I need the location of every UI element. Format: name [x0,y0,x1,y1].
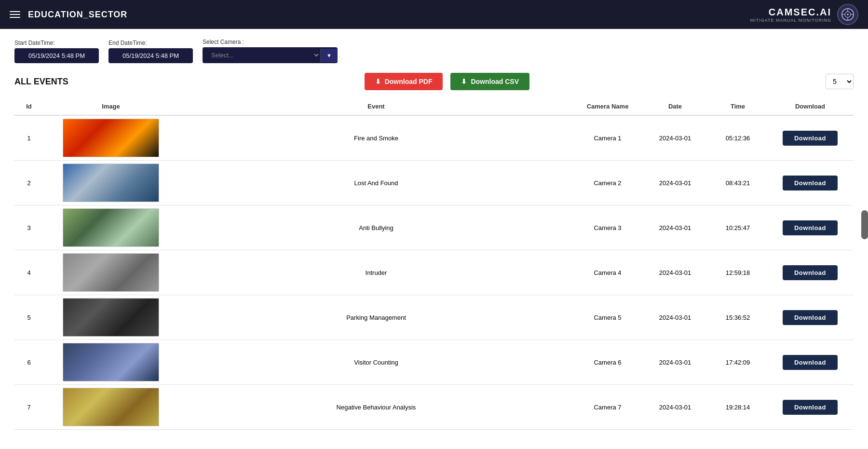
camera-select-label: Select Camera : [203,39,338,45]
table-header: Id Image Event Camera Name Date Time Dow… [14,98,854,115]
cell-id: 6 [14,340,43,385]
table-row: 5 Parking Management Camera 5 2024-03-01… [14,295,854,340]
scrollbar-indicator[interactable] [861,210,868,239]
event-thumbnail [63,208,159,247]
table-row: 4 Intruder Camera 4 2024-03-01 12:59:18 … [14,250,854,295]
cell-download: Download [767,115,854,161]
actions-row: ALL EVENTS ⬇ Download PDF ⬇ Download CSV… [14,73,854,90]
table-row: 3 Anti Bullying Camera 3 2024-03-01 10:2… [14,205,854,250]
cell-download: Download [767,295,854,340]
menu-icon[interactable] [10,11,20,18]
col-header-date: Date [641,98,709,115]
cell-image [43,205,178,250]
col-header-image: Image [43,98,178,115]
download-pdf-label: Download PDF [385,78,433,85]
event-thumbnail [63,343,159,381]
table-row: 2 Lost And Found Camera 2 2024-03-01 08:… [14,161,854,205]
cell-camera: Camera 2 [574,161,641,205]
download-pdf-button[interactable]: ⬇ Download PDF [365,73,443,90]
section-title: ALL EVENTS [14,77,68,87]
end-datetime-input[interactable]: 05/19/2024 5:48 PM [108,48,193,63]
col-header-download: Download [767,98,854,115]
camera-select-wrapper: Select... Camera 1 Camera 2 Camera 3 Cam… [203,47,338,63]
cell-image [43,295,178,340]
page-size-select[interactable]: 5 10 25 50 [826,74,854,89]
col-header-id: Id [14,98,43,115]
actions-center: ⬇ Download PDF ⬇ Download CSV [365,73,529,90]
cell-time: 12:59:18 [709,250,767,295]
start-datetime-group: Start DateTime: 05/19/2024 5:48 PM [14,40,99,63]
brand-name: CAMSEC.AI [769,7,831,18]
col-header-time: Time [709,98,767,115]
cell-camera: Camera 5 [574,295,641,340]
cell-event: Fire and Smoke [178,115,574,161]
table-row: 6 Visitor Counting Camera 6 2024-03-01 1… [14,340,854,385]
end-datetime-group: End DateTime: 05/19/2024 5:48 PM [108,40,193,63]
event-thumbnail [63,388,159,426]
cell-id: 4 [14,250,43,295]
cell-image [43,161,178,205]
event-thumbnail [63,253,159,292]
cell-date: 2024-03-01 [641,161,709,205]
events-table: Id Image Event Camera Name Date Time Dow… [14,98,854,430]
download-csv-button[interactable]: ⬇ Download CSV [450,73,529,90]
cell-camera: Camera 3 [574,205,641,250]
download-button[interactable]: Download [783,400,838,415]
col-header-camera: Camera Name [574,98,641,115]
end-datetime-label: End DateTime: [108,40,193,46]
table-row: 7 Negative Behaviour Analysis Camera 7 2… [14,385,854,430]
cell-id: 2 [14,161,43,205]
cell-event: Parking Management [178,295,574,340]
cell-date: 2024-03-01 [641,250,709,295]
cell-camera: Camera 1 [574,115,641,161]
main-content: Start DateTime: 05/19/2024 5:48 PM End D… [0,29,868,449]
camera-select-group: Select Camera : Select... Camera 1 Camer… [203,39,338,63]
cell-id: 3 [14,205,43,250]
cell-event: Anti Bullying [178,205,574,250]
cell-image [43,340,178,385]
filter-row: Start DateTime: 05/19/2024 5:48 PM End D… [14,39,854,63]
event-thumbnail [63,163,159,202]
cell-event: Intruder [178,250,574,295]
download-button[interactable]: Download [783,220,838,235]
cell-download: Download [767,250,854,295]
cell-date: 2024-03-01 [641,340,709,385]
camera-select[interactable]: Select... Camera 1 Camera 2 Camera 3 Cam… [203,47,320,63]
download-button[interactable]: Download [783,310,838,325]
cell-date: 2024-03-01 [641,115,709,161]
header-right: CAMSEC.AI MITIGATE MANUAL MONITORING [750,4,858,25]
cell-time: 19:28:14 [709,385,767,430]
cell-download: Download [767,161,854,205]
table-body: 1 Fire and Smoke Camera 1 2024-03-01 05:… [14,115,854,430]
download-pdf-icon: ⬇ [375,78,381,85]
download-csv-icon: ⬇ [461,78,467,85]
download-button[interactable]: Download [783,131,838,146]
cell-id: 7 [14,385,43,430]
cell-time: 10:25:47 [709,205,767,250]
download-csv-label: Download CSV [471,78,519,85]
page-title: EDUCATION_SECTOR [28,10,127,20]
cell-camera: Camera 6 [574,340,641,385]
cell-id: 5 [14,295,43,340]
cell-download: Download [767,385,854,430]
chevron-down-icon[interactable]: ▼ [320,49,338,62]
header-left: EDUCATION_SECTOR [10,10,127,20]
cell-camera: Camera 7 [574,385,641,430]
cell-date: 2024-03-01 [641,385,709,430]
svg-point-2 [847,14,849,15]
header: EDUCATION_SECTOR CAMSEC.AI MITIGATE MANU… [0,0,868,29]
start-datetime-input[interactable]: 05/19/2024 5:48 PM [14,48,99,63]
event-thumbnail [63,298,159,337]
cell-event: Negative Behaviour Analysis [178,385,574,430]
cell-event: Visitor Counting [178,340,574,385]
cell-download: Download [767,340,854,385]
cell-time: 08:43:21 [709,161,767,205]
download-button[interactable]: Download [783,265,838,280]
download-button[interactable]: Download [783,176,838,190]
table-row: 1 Fire and Smoke Camera 1 2024-03-01 05:… [14,115,854,161]
cell-download: Download [767,205,854,250]
col-header-event: Event [178,98,574,115]
logo-icon [837,4,858,25]
cell-image [43,250,178,295]
download-button[interactable]: Download [783,355,838,370]
